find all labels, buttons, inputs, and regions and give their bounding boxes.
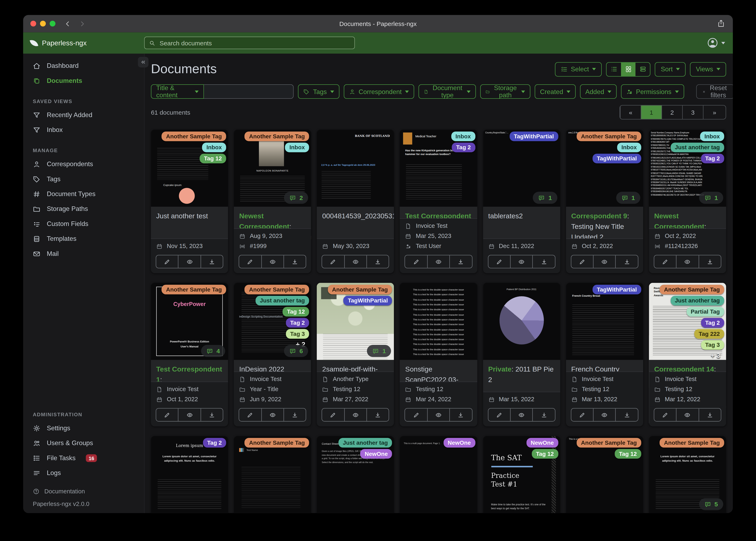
pagination-button[interactable]: 2: [661, 106, 682, 119]
document-title-block[interactable]: Correspondent 9: Testing New Title Updat…: [566, 207, 643, 238]
tag-pill[interactable]: TagWithPartial: [592, 285, 641, 294]
document-card[interactable]: Country,Region/State,“…: [483, 130, 560, 273]
document-thumbnail[interactable]: NAPOLEON BONAPARTE: [234, 130, 311, 207]
edit-document-button[interactable]: [571, 255, 593, 268]
tag-pill[interactable]: Another Sample Tag: [577, 132, 641, 141]
document-title-block[interactable]: 2sample-pdf-with-images: [317, 360, 394, 371]
document-thumbnail[interactable]: Serial Number,Company Name,Employee 9788…: [649, 130, 726, 207]
documentation-link[interactable]: Documentation: [33, 488, 144, 495]
download-document-button[interactable]: [615, 409, 638, 421]
edit-document-button[interactable]: [488, 409, 510, 421]
edit-document-button[interactable]: [239, 409, 261, 421]
sidebar-item[interactable]: Mail: [23, 246, 144, 261]
pagination-button[interactable]: »: [703, 106, 726, 119]
preview-document-button[interactable]: [261, 409, 283, 421]
preview-document-button[interactable]: [510, 255, 532, 268]
download-document-button[interactable]: [698, 255, 721, 268]
document-title-block[interactable]: Test Correspondent 1: UM_PPBE_en_v29: [151, 360, 228, 382]
tag-pill[interactable]: Just another tag: [671, 296, 724, 305]
document-thumbnail[interactable]: Lorem ipsum Lorem ipsum dolor sit amet, …: [151, 436, 228, 513]
tag-pill[interactable]: Tag 12: [283, 307, 309, 316]
download-document-button[interactable]: [200, 255, 223, 268]
edit-document-button[interactable]: [405, 409, 427, 421]
sidebar-item[interactable]: Correspondents: [23, 157, 144, 171]
document-title-block[interactable]: Sonstige ScanPC2022 03-24_081058: [400, 360, 477, 382]
tag-pill[interactable]: Tag 3: [701, 340, 724, 350]
title-content-input[interactable]: [204, 84, 294, 99]
edit-document-button[interactable]: [654, 409, 676, 421]
tag-pill[interactable]: Another Sample Tag: [245, 132, 309, 141]
tag-pill[interactable]: Tag 2: [452, 143, 475, 152]
tag-pill[interactable]: Inbox: [285, 143, 309, 152]
search-input[interactable]: [159, 39, 350, 47]
document-thumbnail[interactable]: This is a test: [566, 436, 643, 513]
comment-count-pill[interactable]: 1: [533, 192, 557, 204]
comment-count-pill[interactable]: 1: [616, 192, 640, 204]
pagination-button[interactable]: 1: [641, 106, 661, 119]
document-thumbnail[interactable]: French Country Bread: [566, 283, 643, 360]
edit-document-button[interactable]: [322, 255, 344, 268]
filter-button[interactable]: Document type: [419, 84, 476, 99]
document-correspondent[interactable]: Private: [488, 365, 511, 373]
download-document-button[interactable]: [283, 255, 306, 268]
document-card[interactable]: BANK OF SCOTLAND 2,0 % p. a. auf Ihr Tag…: [317, 130, 394, 273]
edit-document-button[interactable]: [488, 255, 510, 268]
tag-pill[interactable]: Just another tag: [255, 296, 309, 305]
document-thumbnail[interactable]: This is a multi page document. Page 1.: [400, 436, 477, 513]
edit-document-button[interactable]: [239, 255, 261, 268]
document-title-block[interactable]: 0004814539_20230531: [317, 207, 394, 238]
tag-pill[interactable]: Tag 222: [694, 329, 724, 339]
tag-pill[interactable]: NewOne: [360, 449, 392, 459]
sidebar-item[interactable]: Logs: [23, 465, 144, 480]
document-card[interactable]: Contact Sheet Demo Given a set of image …: [317, 436, 394, 513]
document-card[interactable]: French Country Bread: [566, 283, 643, 426]
document-card[interactable]: This is a test for the double space char…: [400, 283, 477, 426]
reset-filters-button[interactable]: Reset filters: [696, 84, 733, 99]
filter-button[interactable]: Permissions: [621, 84, 684, 99]
document-title-block[interactable]: Just another test: [151, 207, 228, 238]
view-list-button[interactable]: [607, 63, 621, 76]
sidebar-item[interactable]: Document Types: [23, 186, 144, 201]
preview-document-button[interactable]: [427, 255, 449, 268]
tag-pill[interactable]: Tag 12: [615, 449, 641, 459]
tag-pill[interactable]: Partial Tag: [686, 307, 724, 316]
sidebar-item[interactable]: File Tasks 16: [23, 450, 144, 465]
document-thumbnail[interactable]: Lorem ipsum Lorem ipsum dolor sit amet, …: [649, 436, 726, 513]
document-card[interactable]: Medical Teacher Has the new Kirkpatrick …: [400, 130, 477, 273]
filter-button[interactable]: Added: [580, 84, 617, 99]
document-thumbnail[interactable]: Adobe Acrobat PDF Files Cupcake ipsum: [151, 130, 228, 207]
preview-document-button[interactable]: [427, 409, 449, 421]
tag-pill[interactable]: TagWithPartial: [344, 296, 392, 305]
document-title-block[interactable]: Private: 2011 BP Pie 2: [483, 360, 560, 392]
document-card[interactable]: NAPOLEON BONAPARTE: [234, 130, 311, 273]
document-thumbnail[interactable]: This is a test for the double space char…: [400, 283, 477, 360]
document-card[interactable]: Another Sample TagTagWithPartial 1 2samp…: [317, 283, 394, 426]
sidebar-item[interactable]: Settings: [23, 421, 144, 435]
filter-button[interactable]: Storage path: [480, 84, 530, 99]
document-thumbnail[interactable]: Medical Teacher Has the new Kirkpatrick …: [400, 130, 477, 207]
download-document-button[interactable]: [366, 409, 389, 421]
tag-pill[interactable]: Another Sample Tag: [328, 285, 392, 294]
document-title-block[interactable]: InDesign 2022 Scripting Read Me: [234, 360, 311, 371]
filter-button[interactable]: Created: [535, 84, 576, 99]
tag-pill[interactable]: Inbox: [700, 132, 724, 141]
document-correspondent[interactable]: Correspondent 9: [571, 212, 627, 220]
sidebar-item[interactable]: Storage Paths: [23, 202, 144, 216]
tag-pill[interactable]: NewOne: [526, 438, 558, 448]
document-thumbnail[interactable]: Another Sample TagTagWithPartial 1: [317, 283, 394, 360]
preview-document-button[interactable]: [593, 255, 615, 268]
tag-pill[interactable]: Tag 12: [200, 154, 226, 163]
tag-pill[interactable]: Tag 3: [286, 329, 309, 339]
document-card[interactable]: CyberPower PowerPanel® Business Edition …: [151, 283, 228, 426]
download-document-button[interactable]: [283, 409, 306, 421]
comment-count-pill[interactable]: 6: [284, 345, 308, 357]
sort-button[interactable]: Sort: [655, 62, 686, 76]
tag-pill[interactable]: Another Sample Tag: [660, 285, 724, 294]
sidebar-item[interactable]: Dashboard: [23, 58, 144, 73]
tag-pill[interactable]: Tag 2: [286, 318, 309, 327]
sidebar-item[interactable]: Recently Added: [23, 107, 144, 122]
preview-document-button[interactable]: [344, 409, 366, 421]
document-thumbnail[interactable]: one,1.0 five,5.0: [566, 130, 643, 207]
comment-count-pill[interactable]: 2: [284, 192, 308, 204]
preview-document-button[interactable]: [593, 409, 615, 421]
